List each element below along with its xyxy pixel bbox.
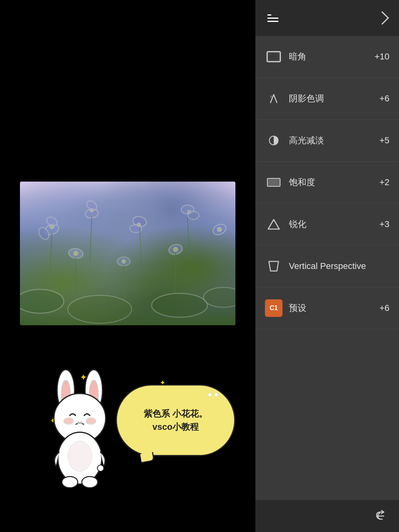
preset-badge-icon: C1 xyxy=(265,299,282,317)
svg-point-29 xyxy=(68,295,132,323)
highlight-fade-icon xyxy=(265,132,282,149)
svg-rect-49 xyxy=(267,178,280,186)
bubble-dot-2 xyxy=(214,393,218,397)
vertical-perspective-icon xyxy=(265,257,282,275)
svg-point-18 xyxy=(122,260,125,263)
bubble-text-line1: 紫色系 小花花。 xyxy=(144,407,207,420)
highlight-fade-value: +5 xyxy=(379,135,389,146)
bottom-bar xyxy=(255,500,399,532)
adjustment-vertical-perspective[interactable]: Vertical Perspective xyxy=(255,245,399,287)
adjustment-shadow-tint[interactable]: 5 阴影色调 +6 xyxy=(255,78,399,120)
svg-line-23 xyxy=(140,227,142,269)
right-panel: 暗角 +10 5 阴影色调 +6 高光减淡 +5 饱和度 xyxy=(255,0,399,532)
photo-container xyxy=(20,182,235,325)
svg-point-46 xyxy=(97,465,104,471)
saturation-label: 饱和度 xyxy=(289,176,379,188)
saturation-value: +2 xyxy=(379,177,389,188)
speech-bubble: 紫色系 小花花。 vsco小教程 xyxy=(116,384,235,456)
menu-line-3 xyxy=(267,21,279,22)
svg-point-12 xyxy=(188,210,191,214)
svg-point-9 xyxy=(137,223,140,226)
bubble-dot-1 xyxy=(208,393,212,397)
svg-point-28 xyxy=(20,289,64,313)
svg-line-21 xyxy=(50,233,52,269)
sticker-area: ✦ ✦ ✦ ✦ ✦ ✦ ✦ xyxy=(12,360,243,512)
svg-point-14 xyxy=(217,227,221,231)
saturation-icon xyxy=(265,174,282,191)
svg-point-43 xyxy=(62,477,78,488)
menu-line-1 xyxy=(267,14,271,16)
highlight-fade-label: 高光减淡 xyxy=(289,134,379,146)
adjustment-saturation[interactable]: 饱和度 +2 xyxy=(255,162,399,204)
svg-line-26 xyxy=(124,265,124,301)
sharpen-value: +3 xyxy=(379,219,389,229)
back-button[interactable] xyxy=(373,509,387,523)
adjustment-vignette[interactable]: 暗角 +10 xyxy=(255,36,399,78)
svg-point-6 xyxy=(90,209,93,212)
svg-point-40 xyxy=(80,422,82,423)
chevron-right-icon[interactable] xyxy=(375,11,389,25)
svg-line-22 xyxy=(90,218,92,261)
vignette-label: 暗角 xyxy=(289,51,375,63)
svg-point-31 xyxy=(203,287,235,307)
menu-icon[interactable] xyxy=(267,14,279,22)
svg-marker-50 xyxy=(268,220,279,229)
menu-line-2 xyxy=(267,18,279,19)
shadow-tint-label: 阴影色调 xyxy=(289,93,379,105)
shadow-tint-icon: 5 xyxy=(265,90,282,107)
sharpen-icon xyxy=(265,216,282,233)
svg-point-37 xyxy=(64,418,73,424)
preset-value: +6 xyxy=(379,303,389,313)
left-panel: ✦ ✦ ✦ ✦ ✦ ✦ ✦ xyxy=(0,0,255,532)
svg-text:5: 5 xyxy=(270,95,272,99)
svg-point-44 xyxy=(82,477,98,488)
svg-point-3 xyxy=(50,225,54,229)
bunny-character xyxy=(36,368,124,496)
sharpen-label: 锐化 xyxy=(289,218,379,230)
svg-point-20 xyxy=(174,247,178,251)
svg-point-30 xyxy=(152,293,207,317)
svg-point-38 xyxy=(86,418,96,424)
adjustment-highlight-fade[interactable]: 高光减淡 +5 xyxy=(255,120,399,162)
svg-point-16 xyxy=(74,251,78,255)
preset-label: 预设 xyxy=(289,302,379,314)
shadow-tint-value: +6 xyxy=(379,93,389,104)
vertical-perspective-label: Vertical Perspective xyxy=(289,261,389,271)
bubble-dots xyxy=(208,393,218,397)
svg-line-27 xyxy=(175,253,176,293)
adjustment-sharpen[interactable]: 锐化 +3 xyxy=(255,204,399,245)
adjustment-preset[interactable]: C1 预设 +6 xyxy=(255,287,399,329)
c1-badge: C1 xyxy=(265,299,282,317)
svg-line-24 xyxy=(188,218,190,261)
svg-point-45 xyxy=(68,441,92,471)
vignette-value: +10 xyxy=(375,51,389,62)
vignette-icon xyxy=(265,48,282,65)
bubble-text-line2: vsco小教程 xyxy=(152,420,199,433)
top-bar xyxy=(255,0,399,36)
svg-point-39 xyxy=(78,422,79,423)
svg-marker-51 xyxy=(269,261,279,271)
